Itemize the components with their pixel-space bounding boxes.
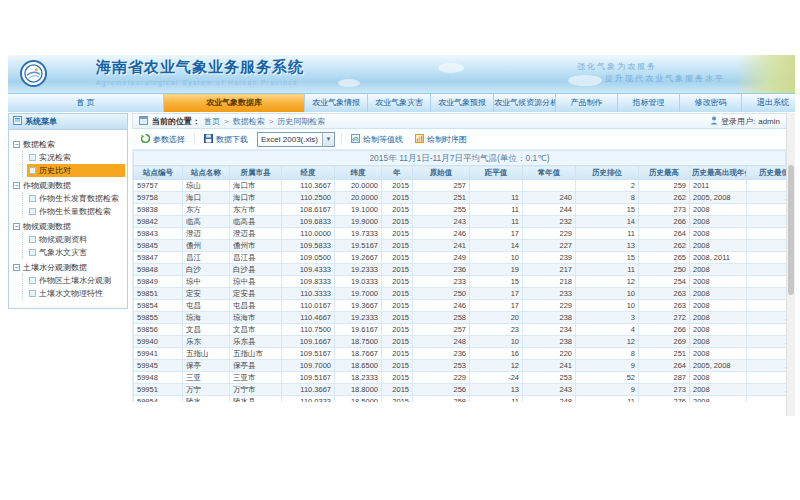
cell: 18.2333	[335, 372, 382, 384]
cell: 11	[470, 396, 523, 403]
save-icon	[204, 134, 213, 145]
cell: 2015	[382, 348, 413, 360]
breadcrumb-link-3[interactable]: 历史同期检索	[277, 116, 325, 127]
cell: 229	[523, 300, 576, 312]
nav-tab-10[interactable]: 退出系统	[742, 94, 800, 112]
table-row-4[interactable]: 59842临高临高县109.683319.9000201524311232142…	[134, 216, 787, 228]
cell: 217	[523, 264, 576, 276]
cell: 266	[639, 216, 690, 228]
breadcrumb-path: 首页>数据检索>历史同期检索	[204, 116, 325, 127]
export-format-select[interactable]: Excel 2003(.xls) ▼	[257, 132, 335, 147]
cell: 59843	[134, 228, 183, 240]
table-row-12[interactable]: 59855琼海琼海市110.466719.2333201525820238327…	[134, 312, 787, 324]
cell: 214	[747, 360, 787, 372]
cell: 262	[639, 192, 690, 204]
cell: 227	[523, 240, 576, 252]
tree-collapse-icon[interactable]: −	[13, 264, 20, 271]
cell: 12	[576, 336, 639, 348]
table-row-1[interactable]: 59757琼山海口市110.366720.0000201525722592011…	[134, 180, 787, 192]
draw-contour-button[interactable]: 绘制等值线	[348, 132, 406, 147]
tree-group-1: −数据检索实况检索历史比对	[13, 138, 125, 177]
nav-tab-7[interactable]: 产品制作	[556, 94, 618, 112]
cell: 2008	[690, 216, 747, 228]
download-button[interactable]: 数据下载	[201, 132, 251, 147]
cell	[470, 180, 523, 192]
tree-group-label-2[interactable]: −作物观测数据	[13, 179, 125, 192]
nav-tab-2[interactable]: 农业气象数据库	[164, 94, 305, 112]
table-row-5[interactable]: 59843澄迈澄迈县110.000019.7333201524617229112…	[134, 228, 787, 240]
tree-item-2-2[interactable]: 作物生长量数据检索	[27, 205, 125, 218]
param-select-button[interactable]: 参数选择	[138, 132, 188, 147]
cell: 109.7000	[282, 360, 335, 372]
cell: 246	[413, 228, 470, 240]
cell: 236	[413, 264, 470, 276]
tree-item-icon	[29, 249, 36, 256]
table-row-16[interactable]: 59945保亭保亭县109.700018.6500201525312241926…	[134, 360, 787, 372]
nav-tab-9[interactable]: 修改密码	[680, 94, 742, 112]
table-row-14[interactable]: 59940乐东乐东县109.166718.7500201524810238122…	[134, 336, 787, 348]
nav-tab-6[interactable]: 农业气候资源分析	[494, 94, 556, 112]
tree-item-text: 作物生长发育数据检索	[39, 193, 119, 204]
breadcrumb-link-1[interactable]: 首页	[204, 116, 220, 127]
nav-tab-8[interactable]: 指标管理	[618, 94, 680, 112]
location-icon	[139, 116, 148, 127]
tree-item-4-2[interactable]: 土壤水文物理特性	[27, 287, 125, 300]
table-row-2[interactable]: 59758海口海口市110.250020.0000201525111240826…	[134, 192, 787, 204]
table-row-10[interactable]: 59851定安定安县110.333319.7000201525017233102…	[134, 288, 787, 300]
tree-collapse-icon[interactable]: −	[13, 182, 20, 189]
table-row-6[interactable]: 59845儋州儋州市109.583319.5167201524114227132…	[134, 240, 787, 252]
table-row-11[interactable]: 59854屯昌屯昌县110.016719.3667201524617229102…	[134, 300, 787, 312]
table-row-3[interactable]: 59838东方东方市108.616719.1000201525511244152…	[134, 204, 787, 216]
nav-tab-1[interactable]: 首 页	[8, 94, 164, 112]
main-nav: 首 页农业气象数据库农业气象情报农业气象灾害农业气象预报农业气候资源分析产品制作…	[8, 94, 795, 113]
cell: 9	[576, 384, 639, 396]
cell: 2008	[690, 348, 747, 360]
cell: 257	[413, 180, 470, 192]
cell: 11	[470, 204, 523, 216]
nav-tab-3[interactable]: 农业气象情报	[305, 94, 368, 112]
tree-group-label-4[interactable]: −土壤水分观测数据	[13, 261, 125, 274]
table-row-13[interactable]: 59856文昌文昌市110.750019.6167201525723234426…	[134, 324, 787, 336]
cell: 2008	[690, 396, 747, 403]
cell: 2015	[382, 264, 413, 276]
table-row-7[interactable]: 59847昌江昌江县109.050019.2667201524910239152…	[134, 252, 787, 264]
cell: 2015	[382, 204, 413, 216]
cell: 保亭	[183, 360, 230, 372]
tree-item-3-1[interactable]: 物候观测资料	[27, 233, 125, 246]
tree-item-3-2[interactable]: 气象水文灾害	[27, 246, 125, 259]
cell: 234	[523, 324, 576, 336]
tree-collapse-icon[interactable]: −	[13, 141, 20, 148]
tree-item-4-1[interactable]: 作物区土壤水分观测	[27, 274, 125, 287]
sidebar: 系统菜单 −数据检索实况检索历史比对−作物观测数据作物生长发育数据检索作物生长量…	[8, 113, 132, 416]
tree-group-text: 物候观测数据	[23, 221, 71, 232]
tree-collapse-icon[interactable]: −	[13, 223, 20, 230]
cell: 2005, 2008	[690, 192, 747, 204]
cell: 204	[747, 252, 787, 264]
tree-group-label-1[interactable]: −数据检索	[13, 138, 125, 151]
login-user: 登录用户: admin	[710, 116, 780, 127]
vertical-scrollbar[interactable]	[786, 113, 795, 416]
table-row-17[interactable]: 59948三亚三亚市109.516718.23332015229-2425352…	[134, 372, 787, 384]
cell: 19.2333	[335, 264, 382, 276]
nav-tab-4[interactable]: 农业气象灾害	[368, 94, 431, 112]
nav-tab-5[interactable]: 农业气象预报	[431, 94, 494, 112]
breadcrumb: 当前的位置： 首页>数据检索>历史同期检索 登录用户: admin	[132, 113, 786, 129]
table-row-9[interactable]: 59849琼中琼中县109.833319.0333201523315218122…	[134, 276, 787, 288]
tree-item-1-2[interactable]: 历史比对	[27, 164, 125, 177]
cell: 18.8000	[335, 384, 382, 396]
tree-item-text: 历史比对	[39, 165, 71, 176]
tree-item-2-1[interactable]: 作物生长发育数据检索	[27, 192, 125, 205]
tree-item-text: 实况检索	[39, 152, 71, 163]
tree-item-1-1[interactable]: 实况检索	[27, 151, 125, 164]
table-row-15[interactable]: 59941五指山五指山市109.516718.76672015236162208…	[134, 348, 787, 360]
table-row-18[interactable]: 59951万宁万宁市110.366718.8000201525613243927…	[134, 384, 787, 396]
draw-timeseries-button[interactable]: 绘制时序图	[412, 132, 470, 147]
table-row-8[interactable]: 59848白沙白沙县109.433319.2333201523619217112…	[134, 264, 787, 276]
cell: 109.8333	[282, 276, 335, 288]
scrollbar-thumb[interactable]	[788, 165, 794, 295]
cell: 253	[413, 360, 470, 372]
table-row-19[interactable]: 59954陵水陵水县110.033318.5000201525811248112…	[134, 396, 787, 403]
breadcrumb-link-2[interactable]: 数据检索	[233, 116, 265, 127]
data-table: 站点编号站点名称所属市县经度纬度年原始值距平值常年值历史排位历史最高历史最高出现…	[133, 165, 786, 402]
tree-group-label-3[interactable]: −物候观测数据	[13, 220, 125, 233]
